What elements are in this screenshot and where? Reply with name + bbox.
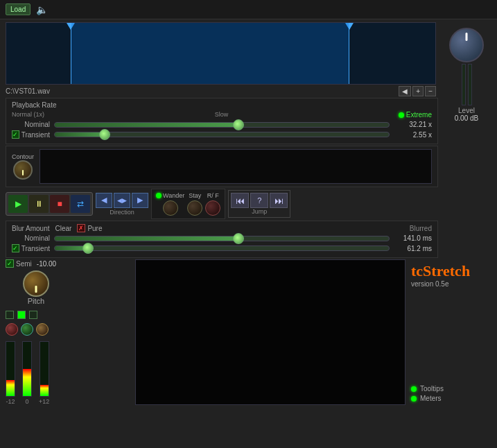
speaker-icon: 🔈 — [36, 4, 48, 15]
transport-buttons: ▶ ⏸ ■ ⇄ — [6, 192, 93, 216]
rf-knob[interactable] — [205, 200, 220, 216]
pitch-semi-value: -10.00 — [37, 260, 56, 268]
direction-buttons: ◀ ◀▶ ▶ — [96, 193, 148, 208]
vu-meter-1 — [6, 341, 15, 397]
file-prev-button[interactable]: ◀ — [399, 86, 411, 96]
jump-prev-button[interactable]: ⏮ — [231, 193, 249, 208]
jump-next-button[interactable]: ⏭ — [270, 193, 288, 208]
transient-rate-label: Transient — [21, 131, 50, 139]
brand-name: tcStretch — [411, 262, 489, 280]
blur-controls: Blur Amount Clear ✗ Pure Blurred — [12, 224, 432, 232]
contour-section: Contour (function(){ const svg = documen… — [6, 146, 438, 187]
pitch-controls: Semi -10.00 Pitch — [6, 259, 67, 405]
dir-right-button[interactable]: ▶ — [132, 193, 148, 208]
nominal-rate-value: 32.21 x — [394, 121, 432, 128]
channel-1-checkbox[interactable] — [6, 311, 14, 319]
main-container: Load 🔈 (function(){ const svg — [0, 0, 497, 448]
meters-row: Meters — [411, 395, 489, 402]
channel-3-checkbox[interactable] — [29, 311, 37, 319]
file-plus-button[interactable]: + — [412, 86, 424, 96]
loop-button[interactable]: ⇄ — [71, 195, 90, 213]
contour-knob[interactable] — [13, 160, 33, 180]
file-minus-button[interactable]: − — [425, 86, 436, 96]
transient-rate-checkbox[interactable] — [12, 130, 19, 139]
vu-label-1: -12 — [6, 398, 15, 405]
transient-rate-slider[interactable] — [54, 132, 390, 137]
jump-label: Jump — [252, 208, 267, 215]
brand-area: tcStretch version 0.5e — [411, 262, 489, 288]
transport-section: ▶ ⏸ ■ ⇄ ◀ ◀▶ ▶ Direction Wander — [6, 189, 438, 219]
playback-rate-section: Playback Rate Normal (1x) Slow Extreme N… — [6, 98, 438, 144]
pitch-label: Pitch — [28, 297, 44, 305]
tooltips-led[interactable] — [411, 386, 417, 392]
channel-2-knob[interactable] — [21, 323, 33, 336]
meters-label: Meters — [420, 395, 442, 402]
blur-transient-checkbox[interactable] — [12, 244, 19, 252]
dir-both-button[interactable]: ◀▶ — [114, 193, 130, 208]
wander-section: Wander Stay R/ F — [151, 189, 225, 219]
transient-rate-row: Transient 2.55 x — [12, 130, 432, 139]
pure-checkbox-container: ✗ Pure — [77, 224, 102, 232]
pause-button[interactable]: ⏸ — [29, 195, 49, 213]
level-knob[interactable] — [449, 28, 484, 62]
channel-1-knob[interactable] — [6, 323, 18, 336]
blur-section: Blur Amount Clear ✗ Pure Blurred Nominal… — [6, 221, 438, 258]
direction-label: Direction — [110, 209, 134, 216]
level-db-value: 0.00 dB — [455, 114, 478, 122]
level-label: Level — [458, 107, 475, 114]
blur-transient-label: Transient — [21, 245, 50, 252]
pure-x-checkbox[interactable]: ✗ — [77, 224, 85, 232]
nominal-rate-label: Nominal — [12, 121, 50, 128]
blur-nominal-slider[interactable] — [54, 236, 390, 241]
brand-version: version 0.5e — [411, 280, 489, 288]
playback-rate-title: Playback Rate — [12, 101, 56, 109]
load-button[interactable]: Load — [6, 3, 30, 15]
blur-transient-row: Transient 61.2 ms — [12, 244, 432, 252]
jump-buttons: ⏮ ? ⏭ — [231, 193, 288, 208]
vu-meter-2 — [22, 341, 32, 397]
rate-labels: Normal (1x) Slow Extreme — [12, 111, 432, 119]
nominal-rate-row: Nominal 32.21 x — [12, 121, 432, 128]
stay-label: Stay — [189, 192, 201, 199]
file-controls: ◀ + − — [399, 86, 436, 96]
vu-label-3: +12 — [39, 398, 49, 405]
extreme-led — [399, 112, 404, 118]
channel-knobs — [6, 323, 67, 336]
blur-transient-slider[interactable] — [54, 245, 390, 251]
nominal-rate-slider[interactable] — [54, 122, 390, 128]
blur-nominal-row: Nominal 141.0 ms — [12, 234, 432, 242]
tooltips-row: Tooltips — [411, 385, 489, 393]
dir-left-button[interactable]: ◀ — [96, 193, 112, 208]
wander-led — [156, 193, 162, 198]
channel-checkboxes — [6, 311, 67, 319]
clear-button[interactable]: Clear — [55, 225, 71, 232]
right-panel: tcStretch version 0.5e Tooltips Meters — [408, 259, 491, 405]
waveform-selection[interactable] — [71, 23, 349, 84]
semi-row: Semi -10.00 — [6, 259, 67, 268]
stop-button[interactable]: ■ — [50, 195, 69, 213]
meters-led[interactable] — [411, 396, 417, 402]
wander-knob[interactable] — [163, 200, 178, 216]
spectrogram-svg: (function(){ const svg = document.curren… — [136, 260, 405, 404]
jump-rand-button[interactable]: ? — [250, 193, 268, 208]
channel-2-checkbox[interactable] — [17, 311, 26, 319]
contour-waveform: (function(){ const svg = document.curren… — [40, 149, 432, 184]
level-meter-right — [468, 64, 472, 105]
semi-checkbox[interactable] — [6, 259, 14, 268]
waveform-display[interactable]: (function(){ const svg = document.curren… — [6, 22, 436, 85]
rf-label: R/ F — [207, 192, 219, 199]
pitch-knob-area: Pitch — [6, 270, 67, 305]
top-bar: Load 🔈 — [0, 0, 497, 19]
slow-label: Slow — [215, 111, 229, 119]
blur-section-label: Blur Amount — [12, 225, 49, 232]
contour-label: Contour — [12, 153, 34, 160]
extreme-label: Extreme — [406, 111, 432, 119]
channel-3-knob[interactable] — [36, 323, 49, 336]
pitch-knob[interactable] — [23, 270, 49, 297]
stay-knob[interactable] — [187, 200, 202, 216]
play-button[interactable]: ▶ — [8, 195, 28, 213]
jump-section: ⏮ ? ⏭ Jump — [228, 190, 290, 218]
blur-nominal-value: 141.0 ms — [394, 234, 432, 242]
bottom-options: Tooltips Meters — [411, 385, 489, 402]
vu-label-2: 0 — [25, 398, 28, 405]
